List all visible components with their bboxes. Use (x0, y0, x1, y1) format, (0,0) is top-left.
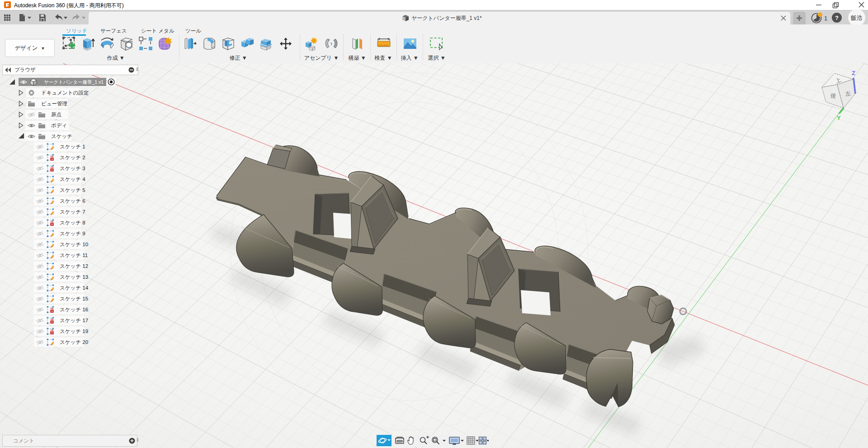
svg-text:?: ? (835, 14, 839, 21)
svg-text:Y: Y (837, 114, 841, 121)
svg-text:Z: Z (852, 70, 855, 76)
svg-text:飯浩: 飯浩 (851, 14, 863, 21)
svg-text:1: 1 (824, 15, 827, 22)
svg-text:後: 後 (830, 92, 837, 100)
